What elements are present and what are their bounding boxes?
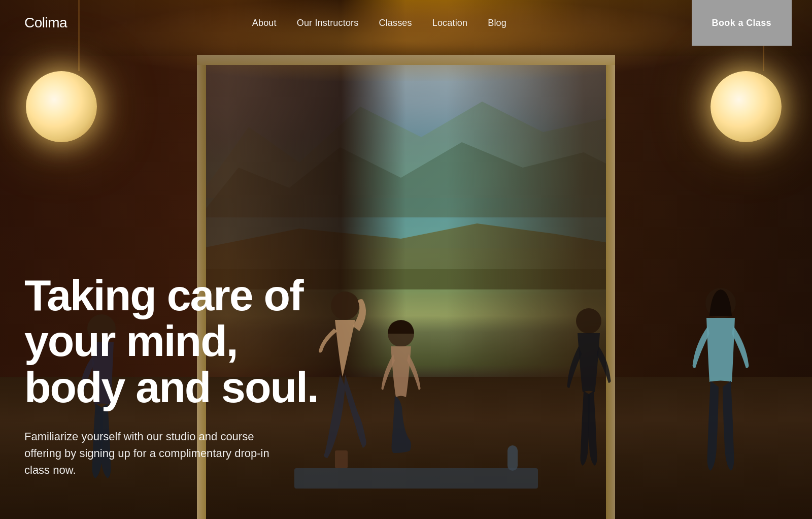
hero-content: Taking care of your mind, body and soul.… (24, 272, 329, 478)
light-globe-right (710, 71, 782, 142)
nav-link-location[interactable]: Location (432, 18, 468, 28)
svg-point-8 (576, 308, 601, 334)
student-silhouette-right-2 (680, 285, 761, 489)
nav-link-blog[interactable]: Blog (488, 18, 506, 28)
svg-point-6 (331, 291, 359, 320)
student-silhouette-center (365, 316, 436, 478)
hero-subtitle: Familiarize yourself with our studio and… (24, 428, 288, 478)
nav-item-blog: Blog (488, 18, 506, 28)
book-class-button[interactable]: Book a Class (692, 0, 792, 46)
nav-link-about[interactable]: About (252, 18, 277, 28)
nav-item-about: About (252, 18, 277, 28)
floor-prop-2 (507, 445, 518, 471)
hero-title: Taking care of your mind, body and soul. (24, 272, 329, 410)
main-nav: Colima About Our Instructors Classes Loc… (0, 0, 812, 46)
nav-link-classes[interactable]: Classes (379, 18, 412, 28)
nav-item-instructors: Our Instructors (297, 18, 359, 28)
hero-section: Colima About Our Instructors Classes Loc… (0, 0, 812, 519)
nav-item-location: Location (432, 18, 468, 28)
student-silhouette-right-1 (558, 306, 619, 489)
site-logo[interactable]: Colima (24, 15, 67, 31)
light-globe-left (26, 71, 97, 142)
nav-item-classes: Classes (379, 18, 412, 28)
nav-link-instructors[interactable]: Our Instructors (297, 18, 359, 28)
nav-links: About Our Instructors Classes Location B… (252, 18, 506, 28)
